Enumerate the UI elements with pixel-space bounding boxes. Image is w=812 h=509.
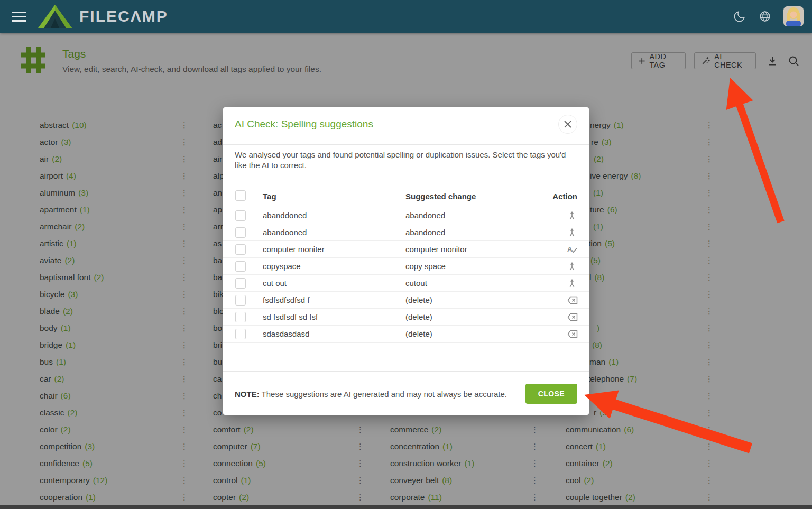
row-suggested-change: (delete) bbox=[405, 292, 432, 309]
row-checkbox[interactable] bbox=[235, 244, 246, 255]
modal-note: NOTE: These suggestions are AI generated… bbox=[235, 390, 507, 399]
bottom-edge bbox=[0, 505, 812, 509]
row-checkbox[interactable] bbox=[235, 261, 246, 272]
row-tag: cut out bbox=[263, 275, 287, 292]
top-navbar: FILECΛMP bbox=[0, 0, 812, 33]
row-tag: computer moniter bbox=[263, 241, 325, 258]
row-checkbox[interactable] bbox=[235, 227, 246, 238]
row-tag: fsdfsdfsdfsd f bbox=[263, 292, 309, 309]
note-text: These suggestions are AI generated and m… bbox=[260, 390, 507, 399]
delete-backspace-icon[interactable] bbox=[567, 312, 577, 322]
row-suggested-change: (delete) bbox=[405, 326, 432, 343]
suggestion-row: abandoonedabandoned bbox=[223, 224, 589, 241]
suggestion-row: fsdfsdfsdfsd f(delete) bbox=[223, 292, 589, 309]
row-checkbox[interactable] bbox=[235, 210, 246, 221]
suggestion-row: sd fsdfsdf sd fsf(delete) bbox=[223, 309, 589, 326]
brand-name: FILECΛMP bbox=[79, 7, 168, 25]
row-suggested-change: (delete) bbox=[405, 309, 432, 326]
modal-header-divider bbox=[223, 144, 589, 145]
user-avatar[interactable] bbox=[783, 6, 804, 26]
merge-icon[interactable] bbox=[567, 227, 577, 238]
row-suggested-change: cutout bbox=[405, 275, 427, 292]
suggestion-row: sdasdasdasd(delete) bbox=[223, 326, 589, 343]
row-checkbox[interactable] bbox=[235, 312, 246, 322]
row-tag: abanddoned bbox=[263, 207, 307, 224]
column-header-action: Action bbox=[552, 192, 577, 201]
language-globe-icon[interactable] bbox=[758, 10, 772, 23]
row-tag: copyspace bbox=[263, 258, 301, 275]
row-tag: abandooned bbox=[263, 224, 307, 241]
column-header-tag: Tag bbox=[263, 192, 276, 201]
merge-icon[interactable] bbox=[567, 210, 577, 221]
row-tag: sd fsdfsdf sd fsf bbox=[263, 309, 318, 326]
note-label: NOTE: bbox=[235, 390, 260, 399]
row-suggested-change: copy space bbox=[405, 258, 446, 275]
row-suggested-change: abandoned bbox=[405, 207, 445, 224]
delete-backspace-icon[interactable] bbox=[567, 295, 577, 306]
modal-title: AI Check: Spelling suggestions bbox=[235, 118, 373, 130]
hamburger-menu-icon[interactable] bbox=[12, 9, 27, 24]
row-tag: sdasdasdasd bbox=[263, 326, 309, 343]
ai-check-modal: AI Check: Spelling suggestions We analys… bbox=[223, 107, 589, 415]
merge-icon[interactable] bbox=[567, 261, 577, 272]
dark-mode-moon-icon[interactable] bbox=[733, 10, 746, 23]
row-checkbox[interactable] bbox=[235, 278, 246, 289]
row-suggested-change: abandoned bbox=[405, 224, 445, 241]
spellcheck-icon[interactable]: A bbox=[567, 244, 577, 255]
select-all-checkbox[interactable] bbox=[235, 190, 246, 201]
suggestion-row: computer monitercomputer monitorA bbox=[223, 241, 589, 258]
row-suggested-change: computer monitor bbox=[405, 241, 467, 258]
row-checkbox[interactable] bbox=[235, 329, 246, 339]
delete-backspace-icon[interactable] bbox=[567, 329, 577, 339]
brand-logo[interactable]: FILECΛMP bbox=[38, 5, 168, 28]
modal-description: We analysed your tags and found potentia… bbox=[235, 150, 579, 171]
row-checkbox[interactable] bbox=[235, 295, 246, 306]
svg-text:A: A bbox=[567, 245, 573, 253]
tent-logo-icon bbox=[38, 5, 72, 28]
modal-close-icon[interactable] bbox=[558, 115, 577, 134]
suggestion-row: copyspacecopy space bbox=[223, 258, 589, 275]
suggestions-table: abanddonedabandonedabandoonedabandonedco… bbox=[223, 207, 589, 343]
suggestion-row: cut outcutout bbox=[223, 275, 589, 292]
merge-icon[interactable] bbox=[567, 278, 577, 289]
modal-footer-divider bbox=[223, 371, 589, 372]
close-button[interactable]: CLOSE bbox=[525, 384, 577, 404]
suggestion-row: abanddonedabandoned bbox=[223, 207, 589, 224]
column-header-suggested: Suggested change bbox=[405, 192, 476, 201]
